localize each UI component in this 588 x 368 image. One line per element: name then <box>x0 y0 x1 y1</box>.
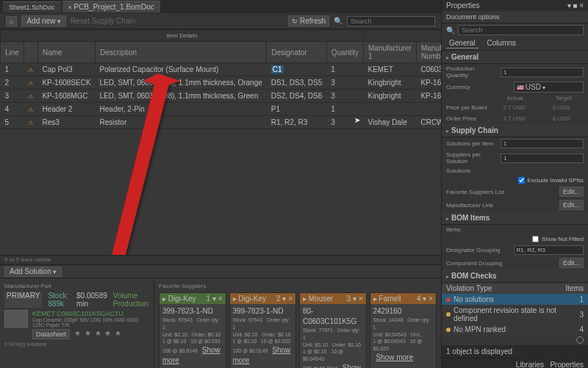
solutions-per-item[interactable] <box>501 139 584 148</box>
edit-mfr-link-button[interactable]: Edit... <box>559 200 584 210</box>
favorite-suppliers-panel: Favorite Suppliers ▸ Digi-Key1 ▾ ×399-78… <box>154 278 441 368</box>
doc-tabs: Sheet1.SchDoc × PCB_Project_1.BomDoc <box>0 0 441 13</box>
reset-supply-chain[interactable]: Reset Supply Chain <box>71 17 135 25</box>
part-thumbnail <box>4 310 28 328</box>
table-row[interactable]: 1⚠Cap Pol3Polarized Capacitor (Surface M… <box>1 63 442 76</box>
rating-stars: ★ ★ ★ ★ ★ <box>74 329 122 339</box>
properties-title: Properties▾ ■ × <box>442 0 588 11</box>
primary-badge: PRIMARY <box>4 292 42 308</box>
production-qty-input[interactable] <box>501 68 584 77</box>
add-new-button[interactable]: Add new ▾ <box>21 15 65 26</box>
home-icon[interactable]: ⌂ <box>6 16 17 26</box>
table-row[interactable]: 3⚠KP-1608MGCLED, SMT, 0603(1608), 1.1mm … <box>1 90 442 103</box>
header-row: Line NameDescription DesignatorQuantity … <box>1 42 442 63</box>
datasheet-button[interactable]: Datasheet <box>32 329 70 339</box>
designator-grouping[interactable] <box>514 245 584 255</box>
suppliers-per-solution[interactable] <box>501 154 584 163</box>
tab-sheet1[interactable]: Sheet1.SchDoc <box>3 1 61 12</box>
tab-general[interactable]: General <box>446 38 478 48</box>
tab-bomdoc[interactable]: × PCB_Project_1.BomDoc <box>62 1 160 12</box>
supplier-card[interactable]: ▸ Mouser3 ▾ ×80-C0603C101K5GStock: 77871… <box>299 292 367 368</box>
refresh-button[interactable]: ↻ Refresh <box>288 15 329 26</box>
props-search-input[interactable] <box>458 25 584 35</box>
toolbar: ⌂ Add new ▾ Reset Supply Chain ↻ Refresh… <box>0 13 441 29</box>
check-row[interactable]: No solutions1 <box>442 294 588 305</box>
currency-select[interactable]: 🇺🇸 USD ▾ <box>514 82 584 93</box>
table-row[interactable]: 2⚠KP-1608SECKLED, SMT, 0603(1608), 1.1mm… <box>1 76 442 90</box>
table-row[interactable]: 5⚠Res3ResistorR1, R2, R33Vishay DaleCRCW… <box>1 116 442 129</box>
add-solution-button[interactable]: Add Solution ▾ <box>4 267 62 277</box>
show-not-fitted[interactable] <box>532 236 539 242</box>
supplier-card[interactable]: ▸ Digi-Key1 ▾ ×399-7823-1-NDStock: 97543… <box>159 292 226 368</box>
supplier-card[interactable]: ▸ Farnell4 ▾ ×2429160Stock: 14348 Order … <box>370 292 437 368</box>
tab-columns[interactable]: Columns <box>484 38 519 48</box>
edit-suppliers-button[interactable]: Edit... <box>559 187 584 197</box>
part-name: KEMET C0603C101K5GACTU <box>32 310 149 317</box>
properties-panel: Properties▾ ■ × Document options 🔍 Gener… <box>441 0 588 368</box>
check-row[interactable]: No MPN ranked4 <box>442 324 588 335</box>
exclude-invalid-spns[interactable] <box>518 177 525 184</box>
bom-checks-list: Violation TypeItems No solutions1Compone… <box>442 283 588 335</box>
properties-tab[interactable]: Properties <box>550 361 584 368</box>
bom-grid[interactable]: Item Details Primary Solution Line NameD… <box>0 29 441 255</box>
table-row[interactable]: 4⚠Header 2Header, 2-PinP11 <box>1 103 442 116</box>
status-lines-visible: 5 of 5 lines visible <box>0 255 441 265</box>
edit-component-grouping[interactable]: Edit... <box>559 258 584 268</box>
supplier-card[interactable]: ▸ Digi-Key2 ▾ ×399-7823-1-NDStock: 97543… <box>229 292 297 368</box>
search-input[interactable] <box>347 16 435 26</box>
manufacturer-part-panel: Manufacturer Part PRIMARY Stock: 889k $0… <box>0 278 154 368</box>
group-item-details: Item Details <box>1 30 364 42</box>
gear-icon[interactable] <box>576 336 584 344</box>
check-row[interactable]: Component revision state is not defined3 <box>442 305 588 324</box>
libraries-tab[interactable]: Libraries <box>516 361 544 368</box>
